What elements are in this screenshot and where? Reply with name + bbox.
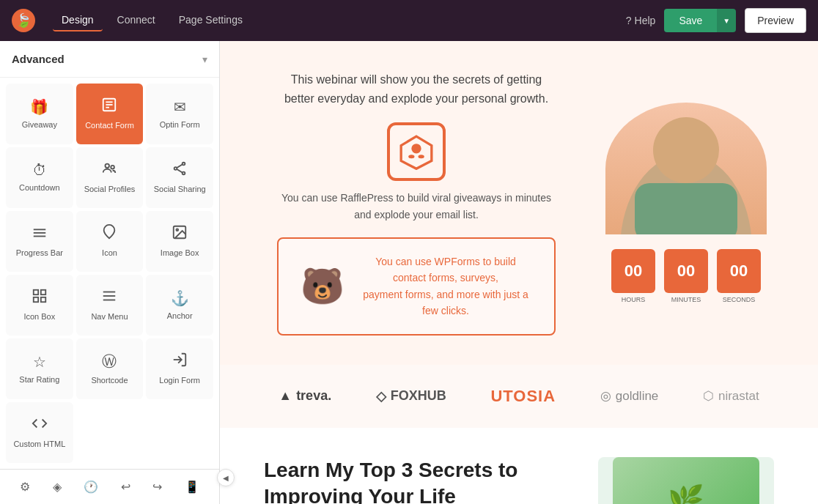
giveaway-icon: 🎁 xyxy=(30,98,48,116)
widget-social-profiles[interactable]: Social Profiles xyxy=(76,147,144,208)
bottom-section: Learn My Top 3 Secrets to Improving Your… xyxy=(220,428,818,504)
svg-point-29 xyxy=(653,117,719,183)
utosia-text: UTOSIA xyxy=(490,387,556,406)
treva-text: treva. xyxy=(296,388,331,404)
main-layout: Advanced ▾ 🎁 Giveaway Contact Form ✉ Opt… xyxy=(0,41,818,504)
widget-custom-html[interactable]: Custom HTML xyxy=(6,402,73,463)
nav-menu-icon xyxy=(101,288,117,308)
content-area: This webinar will show you the secrets o… xyxy=(220,41,818,504)
nirastat-text: nirastat xyxy=(718,389,759,404)
widget-shortcode[interactable]: Ⓦ Shortcode xyxy=(76,338,144,399)
nav-connect[interactable]: Connect xyxy=(108,10,164,32)
app-logo: 🍃 xyxy=(12,9,35,32)
svg-rect-30 xyxy=(635,183,737,234)
sidebar: Advanced ▾ 🎁 Giveaway Contact Form ✉ Opt… xyxy=(0,41,220,504)
widget-label-giveaway: Giveaway xyxy=(22,120,57,130)
widget-login-form[interactable]: Login Form xyxy=(146,338,213,399)
star-rating-icon: ☆ xyxy=(33,353,46,371)
widget-label-star-rating: Star Rating xyxy=(19,375,59,385)
logo-goldline: ◎ goldline xyxy=(600,388,659,404)
countdown-minutes-block: 00 MINUTES xyxy=(664,249,708,303)
widget-label-shortcode: Shortcode xyxy=(91,376,128,385)
widget-progress-bar[interactable]: Progress Bar xyxy=(6,211,73,272)
shortcode-icon: Ⓦ xyxy=(102,352,117,371)
wpforms-text: You can use WPForms to build contact for… xyxy=(359,253,532,319)
redo-tool[interactable]: ↪ xyxy=(147,474,168,500)
rafflepress-logo xyxy=(387,122,446,181)
widget-icon[interactable]: Icon xyxy=(76,211,144,272)
sidebar-title: Advanced xyxy=(12,53,65,65)
mobile-tool[interactable]: 📱 xyxy=(179,474,205,500)
bottom-title: Learn My Top 3 Secrets to Improving Your… xyxy=(264,457,569,504)
svg-point-5 xyxy=(111,166,115,169)
settings-tool[interactable]: ⚙ xyxy=(14,474,36,500)
nav-design[interactable]: Design xyxy=(53,10,103,32)
undo-tool[interactable]: ↩ xyxy=(115,474,136,500)
sidebar-toggle-button[interactable]: ◀ xyxy=(217,469,235,486)
countdown-seconds-label: SECONDS xyxy=(723,296,756,303)
foxhub-text: FOXHUB xyxy=(391,388,446,404)
countdown-seconds-block: 00 SECONDS xyxy=(717,249,761,303)
help-label: Help xyxy=(635,15,656,26)
widget-contact-form[interactable]: Contact Form xyxy=(76,84,144,144)
history-tool[interactable]: 🕐 xyxy=(78,474,104,500)
save-button-group: Save ▼ xyxy=(664,9,736,32)
countdown-hours-value: 00 xyxy=(624,263,642,279)
countdown-display: 00 HOURS 00 MINUTES 00 SECO xyxy=(611,249,761,303)
sidebar-header: Advanced ▾ xyxy=(0,41,219,78)
foxhub-icon: ◇ xyxy=(376,388,386,404)
widget-countdown[interactable]: ⏱ Countdown xyxy=(6,147,73,208)
widget-anchor[interactable]: ⚓ Anchor xyxy=(146,275,213,336)
widget-icon-box[interactable]: Icon Box xyxy=(6,275,73,336)
hero-section: This webinar will show you the secrets o… xyxy=(220,41,818,365)
widget-label-optin-form: Optin Form xyxy=(160,120,200,130)
countdown-minutes: 00 xyxy=(664,249,708,293)
svg-point-26 xyxy=(408,155,414,158)
bottom-toolbar: ⚙ ◈ 🕐 ↩ ↪ 📱 xyxy=(0,469,219,504)
nav-page-settings[interactable]: Page Settings xyxy=(170,10,251,32)
preview-button[interactable]: Preview xyxy=(745,8,806,33)
widget-social-sharing[interactable]: Social Sharing xyxy=(146,147,213,208)
widget-giveaway[interactable]: 🎁 Giveaway xyxy=(6,84,73,144)
widget-label-icon-box: Icon Box xyxy=(23,312,55,322)
svg-point-4 xyxy=(106,164,110,168)
svg-point-7 xyxy=(174,168,177,171)
widget-label-image-box: Image Box xyxy=(161,248,199,258)
svg-point-25 xyxy=(411,144,421,153)
wpforms-bear-icon: 🐻 xyxy=(301,266,344,307)
logo-nirastat: ⬡ nirastat xyxy=(703,388,759,404)
sidebar-collapse-button[interactable]: ▾ xyxy=(202,53,207,65)
svg-point-15 xyxy=(177,229,179,231)
save-dropdown-button[interactable]: ▼ xyxy=(717,9,736,32)
social-profiles-icon xyxy=(101,160,117,180)
contact-form-icon xyxy=(101,97,117,116)
progress-bar-icon xyxy=(32,224,48,244)
person-image xyxy=(605,103,767,234)
custom-html-icon xyxy=(32,415,48,435)
widget-label-anchor: Anchor xyxy=(167,311,193,321)
treva-icon: ▲ xyxy=(279,388,292,404)
logos-section: ▲ treva. ◇ FOXHUB UTOSIA ◎ goldline ⬡ ni… xyxy=(220,365,818,428)
icon-widget-icon xyxy=(101,224,117,244)
svg-point-6 xyxy=(183,163,185,166)
layers-tool[interactable]: ◈ xyxy=(47,474,67,500)
widget-label-icon: Icon xyxy=(102,248,117,258)
countdown-seconds: 00 xyxy=(717,249,761,293)
hero-left: This webinar will show you the secrets o… xyxy=(264,70,569,336)
widget-star-rating[interactable]: ☆ Star Rating xyxy=(6,338,73,399)
countdown-minutes-label: MINUTES xyxy=(671,296,701,303)
help-button[interactable]: ? Help xyxy=(626,15,656,26)
widget-label-custom-html: Custom HTML xyxy=(13,440,65,449)
countdown-minutes-value: 00 xyxy=(677,263,695,279)
topbar: 🍃 Design Connect Page Settings ? Help Sa… xyxy=(0,0,818,41)
widget-label-nav-menu: Nav Menu xyxy=(91,312,128,322)
widget-image-box[interactable]: Image Box xyxy=(146,211,213,272)
logo-treva: ▲ treva. xyxy=(279,388,331,404)
goldline-text: goldline xyxy=(616,389,659,404)
countdown-icon: ⏱ xyxy=(32,162,47,179)
save-button[interactable]: Save xyxy=(664,9,717,32)
widget-nav-menu[interactable]: Nav Menu xyxy=(76,275,144,336)
hero-description: This webinar will show you the secrets o… xyxy=(284,70,548,108)
widgets-grid: 🎁 Giveaway Contact Form ✉ Optin Form ⏱ C… xyxy=(0,78,219,469)
widget-optin-form[interactable]: ✉ Optin Form xyxy=(146,84,213,144)
